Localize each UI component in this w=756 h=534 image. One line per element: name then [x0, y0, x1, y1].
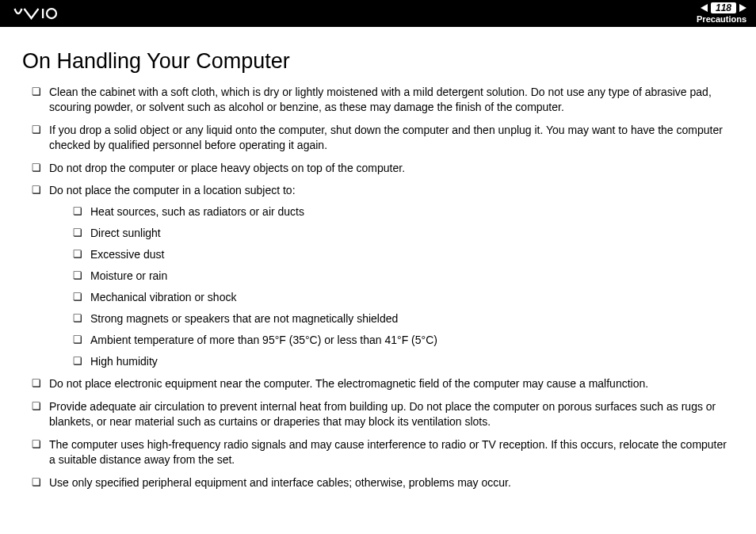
list-item: Excessive dust	[73, 247, 734, 262]
section-label: Precautions	[697, 14, 746, 24]
svg-rect-0	[42, 9, 44, 18]
list-item: If you drop a solid object or any liquid…	[32, 123, 734, 153]
list-item: Ambient temperature of more than 95°F (3…	[73, 333, 734, 348]
page-nav: 118	[701, 2, 746, 13]
list-item: Do not place the computer in a location …	[32, 183, 734, 368]
list-item: Strong magnets or speakers that are not …	[73, 311, 734, 326]
list-item: The computer uses high-frequency radio s…	[32, 437, 734, 467]
page-content: On Handling Your Computer Clean the cabi…	[0, 27, 756, 490]
vaio-logo	[10, 6, 89, 21]
list-item: Use only specified peripheral equipment …	[32, 475, 734, 490]
sub-list: Heat sources, such as radiators or air d…	[49, 204, 734, 368]
page-title: On Handling Your Computer	[22, 49, 734, 74]
list-item: Moisture or rain	[73, 269, 734, 284]
page-number: 118	[711, 2, 736, 13]
list-item: Direct sunlight	[73, 226, 734, 241]
list-item: Do not place electronic equipment near t…	[32, 376, 734, 391]
list-item: Do not drop the computer or place heavy …	[32, 161, 734, 176]
svg-point-1	[47, 9, 56, 18]
prev-page-icon[interactable]	[701, 4, 708, 12]
list-item: High humidity	[73, 354, 734, 369]
header-right: 118 Precautions	[697, 2, 746, 24]
list-item-text: Do not place the computer in a location …	[49, 184, 296, 196]
next-page-icon[interactable]	[739, 4, 746, 12]
list-item: Provide adequate air circulation to prev…	[32, 399, 734, 429]
list-item: Mechanical vibration or shock	[73, 290, 734, 305]
header-bar: 118 Precautions	[0, 0, 756, 27]
list-item: Heat sources, such as radiators or air d…	[73, 204, 734, 219]
list-item: Clean the cabinet with a soft cloth, whi…	[32, 85, 734, 115]
main-list: Clean the cabinet with a soft cloth, whi…	[22, 85, 734, 490]
